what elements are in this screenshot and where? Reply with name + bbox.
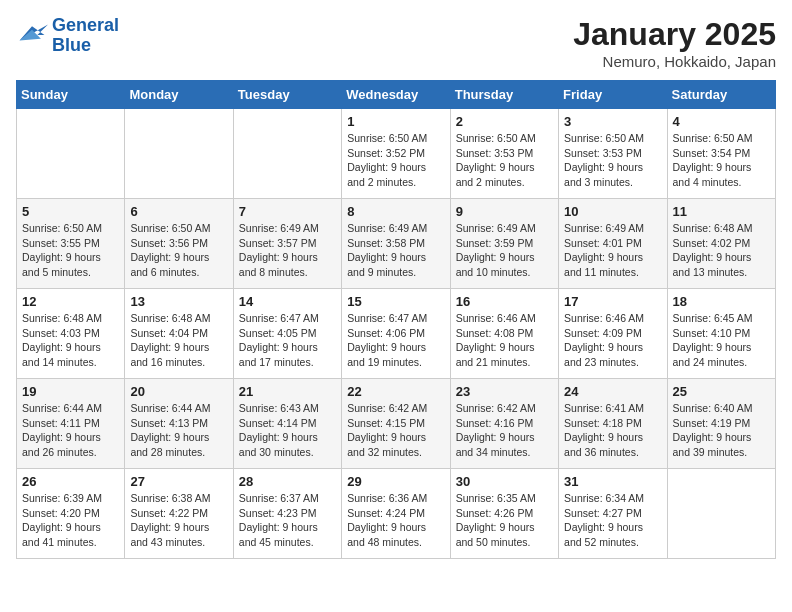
day-info: Sunrise: 6:42 AM Sunset: 4:15 PM Dayligh…	[347, 401, 444, 460]
day-number: 4	[673, 114, 770, 129]
calendar-week-row: 12Sunrise: 6:48 AM Sunset: 4:03 PM Dayli…	[17, 289, 776, 379]
calendar-cell: 12Sunrise: 6:48 AM Sunset: 4:03 PM Dayli…	[17, 289, 125, 379]
day-info: Sunrise: 6:46 AM Sunset: 4:09 PM Dayligh…	[564, 311, 661, 370]
day-info: Sunrise: 6:50 AM Sunset: 3:54 PM Dayligh…	[673, 131, 770, 190]
calendar-cell: 2Sunrise: 6:50 AM Sunset: 3:53 PM Daylig…	[450, 109, 558, 199]
day-number: 13	[130, 294, 227, 309]
calendar-cell: 8Sunrise: 6:49 AM Sunset: 3:58 PM Daylig…	[342, 199, 450, 289]
calendar-cell: 24Sunrise: 6:41 AM Sunset: 4:18 PM Dayli…	[559, 379, 667, 469]
day-info: Sunrise: 6:37 AM Sunset: 4:23 PM Dayligh…	[239, 491, 336, 550]
calendar-cell: 21Sunrise: 6:43 AM Sunset: 4:14 PM Dayli…	[233, 379, 341, 469]
day-number: 22	[347, 384, 444, 399]
day-number: 9	[456, 204, 553, 219]
day-info: Sunrise: 6:36 AM Sunset: 4:24 PM Dayligh…	[347, 491, 444, 550]
calendar-cell: 15Sunrise: 6:47 AM Sunset: 4:06 PM Dayli…	[342, 289, 450, 379]
day-info: Sunrise: 6:39 AM Sunset: 4:20 PM Dayligh…	[22, 491, 119, 550]
calendar-cell: 29Sunrise: 6:36 AM Sunset: 4:24 PM Dayli…	[342, 469, 450, 559]
calendar-cell: 22Sunrise: 6:42 AM Sunset: 4:15 PM Dayli…	[342, 379, 450, 469]
calendar-cell: 14Sunrise: 6:47 AM Sunset: 4:05 PM Dayli…	[233, 289, 341, 379]
logo: General Blue	[16, 16, 119, 56]
day-info: Sunrise: 6:48 AM Sunset: 4:03 PM Dayligh…	[22, 311, 119, 370]
day-info: Sunrise: 6:49 AM Sunset: 4:01 PM Dayligh…	[564, 221, 661, 280]
day-number: 21	[239, 384, 336, 399]
day-number: 11	[673, 204, 770, 219]
day-of-week-header: Sunday	[17, 81, 125, 109]
day-of-week-header: Monday	[125, 81, 233, 109]
calendar-cell: 30Sunrise: 6:35 AM Sunset: 4:26 PM Dayli…	[450, 469, 558, 559]
logo-text: General Blue	[52, 16, 119, 56]
day-number: 27	[130, 474, 227, 489]
calendar-cell: 27Sunrise: 6:38 AM Sunset: 4:22 PM Dayli…	[125, 469, 233, 559]
calendar-cell: 17Sunrise: 6:46 AM Sunset: 4:09 PM Dayli…	[559, 289, 667, 379]
day-info: Sunrise: 6:47 AM Sunset: 4:05 PM Dayligh…	[239, 311, 336, 370]
day-info: Sunrise: 6:44 AM Sunset: 4:13 PM Dayligh…	[130, 401, 227, 460]
day-info: Sunrise: 6:41 AM Sunset: 4:18 PM Dayligh…	[564, 401, 661, 460]
logo-icon	[16, 22, 48, 50]
calendar-cell: 13Sunrise: 6:48 AM Sunset: 4:04 PM Dayli…	[125, 289, 233, 379]
day-of-week-header: Friday	[559, 81, 667, 109]
calendar-cell: 20Sunrise: 6:44 AM Sunset: 4:13 PM Dayli…	[125, 379, 233, 469]
day-number: 1	[347, 114, 444, 129]
day-number: 19	[22, 384, 119, 399]
day-info: Sunrise: 6:42 AM Sunset: 4:16 PM Dayligh…	[456, 401, 553, 460]
day-info: Sunrise: 6:49 AM Sunset: 3:59 PM Dayligh…	[456, 221, 553, 280]
day-info: Sunrise: 6:35 AM Sunset: 4:26 PM Dayligh…	[456, 491, 553, 550]
calendar-week-row: 1Sunrise: 6:50 AM Sunset: 3:52 PM Daylig…	[17, 109, 776, 199]
day-number: 16	[456, 294, 553, 309]
day-number: 20	[130, 384, 227, 399]
calendar-cell: 4Sunrise: 6:50 AM Sunset: 3:54 PM Daylig…	[667, 109, 775, 199]
day-info: Sunrise: 6:40 AM Sunset: 4:19 PM Dayligh…	[673, 401, 770, 460]
title-block: January 2025 Nemuro, Hokkaido, Japan	[573, 16, 776, 70]
page-header: General Blue January 2025 Nemuro, Hokkai…	[16, 16, 776, 70]
day-number: 14	[239, 294, 336, 309]
calendar-cell: 18Sunrise: 6:45 AM Sunset: 4:10 PM Dayli…	[667, 289, 775, 379]
day-of-week-header: Thursday	[450, 81, 558, 109]
calendar-subtitle: Nemuro, Hokkaido, Japan	[573, 53, 776, 70]
calendar-header-row: SundayMondayTuesdayWednesdayThursdayFrid…	[17, 81, 776, 109]
calendar-title: January 2025	[573, 16, 776, 53]
day-info: Sunrise: 6:34 AM Sunset: 4:27 PM Dayligh…	[564, 491, 661, 550]
calendar-cell	[233, 109, 341, 199]
calendar-cell: 16Sunrise: 6:46 AM Sunset: 4:08 PM Dayli…	[450, 289, 558, 379]
day-of-week-header: Saturday	[667, 81, 775, 109]
day-info: Sunrise: 6:49 AM Sunset: 3:58 PM Dayligh…	[347, 221, 444, 280]
calendar-cell: 28Sunrise: 6:37 AM Sunset: 4:23 PM Dayli…	[233, 469, 341, 559]
day-number: 6	[130, 204, 227, 219]
day-info: Sunrise: 6:50 AM Sunset: 3:53 PM Dayligh…	[564, 131, 661, 190]
calendar-week-row: 19Sunrise: 6:44 AM Sunset: 4:11 PM Dayli…	[17, 379, 776, 469]
calendar-cell: 26Sunrise: 6:39 AM Sunset: 4:20 PM Dayli…	[17, 469, 125, 559]
day-info: Sunrise: 6:49 AM Sunset: 3:57 PM Dayligh…	[239, 221, 336, 280]
calendar-cell: 9Sunrise: 6:49 AM Sunset: 3:59 PM Daylig…	[450, 199, 558, 289]
calendar-cell: 23Sunrise: 6:42 AM Sunset: 4:16 PM Dayli…	[450, 379, 558, 469]
day-number: 2	[456, 114, 553, 129]
day-number: 10	[564, 204, 661, 219]
day-number: 17	[564, 294, 661, 309]
calendar-cell: 19Sunrise: 6:44 AM Sunset: 4:11 PM Dayli…	[17, 379, 125, 469]
calendar-week-row: 5Sunrise: 6:50 AM Sunset: 3:55 PM Daylig…	[17, 199, 776, 289]
day-number: 29	[347, 474, 444, 489]
calendar-cell: 11Sunrise: 6:48 AM Sunset: 4:02 PM Dayli…	[667, 199, 775, 289]
calendar-table: SundayMondayTuesdayWednesdayThursdayFrid…	[16, 80, 776, 559]
day-info: Sunrise: 6:50 AM Sunset: 3:53 PM Dayligh…	[456, 131, 553, 190]
calendar-cell: 3Sunrise: 6:50 AM Sunset: 3:53 PM Daylig…	[559, 109, 667, 199]
day-info: Sunrise: 6:44 AM Sunset: 4:11 PM Dayligh…	[22, 401, 119, 460]
day-info: Sunrise: 6:50 AM Sunset: 3:55 PM Dayligh…	[22, 221, 119, 280]
day-info: Sunrise: 6:50 AM Sunset: 3:52 PM Dayligh…	[347, 131, 444, 190]
day-info: Sunrise: 6:46 AM Sunset: 4:08 PM Dayligh…	[456, 311, 553, 370]
day-number: 7	[239, 204, 336, 219]
day-number: 5	[22, 204, 119, 219]
day-of-week-header: Wednesday	[342, 81, 450, 109]
day-of-week-header: Tuesday	[233, 81, 341, 109]
day-info: Sunrise: 6:50 AM Sunset: 3:56 PM Dayligh…	[130, 221, 227, 280]
day-number: 8	[347, 204, 444, 219]
day-info: Sunrise: 6:47 AM Sunset: 4:06 PM Dayligh…	[347, 311, 444, 370]
calendar-week-row: 26Sunrise: 6:39 AM Sunset: 4:20 PM Dayli…	[17, 469, 776, 559]
day-number: 18	[673, 294, 770, 309]
day-number: 15	[347, 294, 444, 309]
calendar-cell: 31Sunrise: 6:34 AM Sunset: 4:27 PM Dayli…	[559, 469, 667, 559]
day-number: 24	[564, 384, 661, 399]
calendar-cell: 7Sunrise: 6:49 AM Sunset: 3:57 PM Daylig…	[233, 199, 341, 289]
day-number: 25	[673, 384, 770, 399]
day-info: Sunrise: 6:38 AM Sunset: 4:22 PM Dayligh…	[130, 491, 227, 550]
day-number: 26	[22, 474, 119, 489]
